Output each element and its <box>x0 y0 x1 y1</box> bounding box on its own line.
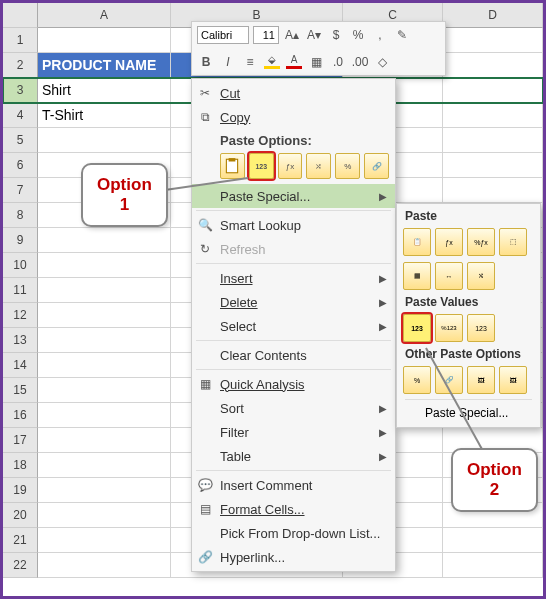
row-header[interactable]: 7 <box>3 178 38 203</box>
menu-format-cells[interactable]: ▤Format Cells... <box>192 497 395 521</box>
align-button[interactable]: ≡ <box>241 53 259 71</box>
cell[interactable] <box>443 178 543 203</box>
menu-filter[interactable]: Filter▶ <box>192 420 395 444</box>
paste-all-icon[interactable] <box>220 153 245 179</box>
select-all-corner[interactable] <box>3 3 38 28</box>
cell[interactable] <box>443 53 543 78</box>
row-header[interactable]: 13 <box>3 328 38 353</box>
cell[interactable] <box>443 153 543 178</box>
row-header[interactable]: 15 <box>3 378 38 403</box>
paste-formatting-icon[interactable]: % <box>335 153 360 179</box>
font-name-combo[interactable]: Calibri <box>197 26 249 44</box>
paste-linked-picture-icon[interactable]: 🖼 <box>499 366 527 394</box>
cell[interactable] <box>443 28 543 53</box>
cell[interactable] <box>443 128 543 153</box>
cell[interactable] <box>38 503 171 528</box>
row-header[interactable]: 12 <box>3 303 38 328</box>
menu-clear-contents[interactable]: Clear Contents <box>192 343 395 367</box>
paste-transpose-icon[interactable]: ⤭ <box>467 262 495 290</box>
row-header[interactable]: 21 <box>3 528 38 553</box>
row-header[interactable]: 17 <box>3 428 38 453</box>
cell[interactable] <box>38 528 171 553</box>
row-header[interactable]: 20 <box>3 503 38 528</box>
menu-pick-from-list[interactable]: Pick From Drop-down List... <box>192 521 395 545</box>
cell-A2[interactable]: PRODUCT NAME <box>38 53 171 78</box>
paste-values-icon[interactable]: 123 <box>403 314 431 342</box>
col-header-A[interactable]: A <box>38 3 171 28</box>
col-header-D[interactable]: D <box>443 3 543 28</box>
decrease-decimal-icon[interactable]: .0 <box>329 53 347 71</box>
cell[interactable] <box>38 353 171 378</box>
cell[interactable] <box>38 128 171 153</box>
paste-link-icon[interactable]: 🔗 <box>364 153 389 179</box>
row-header[interactable]: 11 <box>3 278 38 303</box>
paste-formulas-icon[interactable]: ƒx <box>435 228 463 256</box>
row-header[interactable]: 2 <box>3 53 38 78</box>
cell[interactable] <box>38 478 171 503</box>
cell[interactable] <box>38 253 171 278</box>
increase-decimal-icon[interactable]: .00 <box>351 53 369 71</box>
cell[interactable] <box>38 403 171 428</box>
currency-icon[interactable]: $ <box>327 26 345 44</box>
row-header[interactable]: 1 <box>3 28 38 53</box>
cell-A4[interactable]: T-Shirt <box>38 103 171 128</box>
menu-select[interactable]: Select▶ <box>192 314 395 338</box>
row-header[interactable]: 8 <box>3 203 38 228</box>
cell[interactable] <box>443 528 543 553</box>
decrease-font-icon[interactable]: A▾ <box>305 26 323 44</box>
cell[interactable] <box>443 103 543 128</box>
row-header[interactable]: 14 <box>3 353 38 378</box>
menu-sort[interactable]: Sort▶ <box>192 396 395 420</box>
row-header[interactable]: 3 <box>3 78 38 103</box>
cell[interactable] <box>38 278 171 303</box>
format-painter-icon[interactable]: ✎ <box>393 26 411 44</box>
row-header[interactable]: 5 <box>3 128 38 153</box>
row-header[interactable]: 18 <box>3 453 38 478</box>
menu-copy[interactable]: ⧉Copy <box>192 105 395 129</box>
paste-transpose-icon[interactable]: ⤭ <box>306 153 331 179</box>
cell[interactable] <box>38 428 171 453</box>
increase-font-icon[interactable]: A▴ <box>283 26 301 44</box>
cell[interactable] <box>443 553 543 578</box>
row-header[interactable]: 22 <box>3 553 38 578</box>
row-header[interactable]: 6 <box>3 153 38 178</box>
paste-col-width-icon[interactable]: ↔ <box>435 262 463 290</box>
comma-icon[interactable]: , <box>371 26 389 44</box>
row-header[interactable]: 4 <box>3 103 38 128</box>
row-header[interactable]: 9 <box>3 228 38 253</box>
paste-formulas-icon[interactable]: ƒx <box>278 153 303 179</box>
paste-link-icon[interactable]: 🔗 <box>435 366 463 394</box>
submenu-paste-special[interactable]: Paste Special... <box>401 402 536 424</box>
row-header[interactable]: 19 <box>3 478 38 503</box>
paste-all-icon[interactable]: 📋 <box>403 228 431 256</box>
row-header[interactable]: 16 <box>3 403 38 428</box>
paste-formulas-fmt-icon[interactable]: %ƒx <box>467 228 495 256</box>
menu-insert[interactable]: Insert▶ <box>192 266 395 290</box>
row-header[interactable]: 10 <box>3 253 38 278</box>
menu-hyperlink[interactable]: 🔗Hyperlink... <box>192 545 395 569</box>
cell[interactable] <box>38 378 171 403</box>
cell[interactable] <box>443 78 543 103</box>
paste-values-src-fmt-icon[interactable]: 123 <box>467 314 495 342</box>
paste-no-borders-icon[interactable]: ▦ <box>403 262 431 290</box>
menu-paste-special[interactable]: Paste Special...▶ <box>192 184 395 208</box>
cell[interactable] <box>38 303 171 328</box>
menu-delete[interactable]: Delete▶ <box>192 290 395 314</box>
paste-values-number-fmt-icon[interactable]: %123 <box>435 314 463 342</box>
font-size-combo[interactable]: 11 <box>253 26 279 44</box>
menu-insert-comment[interactable]: 💬Insert Comment <box>192 473 395 497</box>
cell[interactable] <box>38 28 171 53</box>
bold-button[interactable]: B <box>197 53 215 71</box>
paste-picture-icon[interactable]: 🖼 <box>467 366 495 394</box>
cell[interactable] <box>38 328 171 353</box>
fill-color-icon[interactable]: ⬙ <box>263 53 281 71</box>
percent-icon[interactable]: % <box>349 26 367 44</box>
menu-table[interactable]: Table▶ <box>192 444 395 468</box>
paste-keep-src-icon[interactable]: ⬚ <box>499 228 527 256</box>
menu-quick-analysis[interactable]: ▦Quick Analysis <box>192 372 395 396</box>
menu-smart-lookup[interactable]: 🔍Smart Lookup <box>192 213 395 237</box>
italic-button[interactable]: I <box>219 53 237 71</box>
cell[interactable] <box>38 228 171 253</box>
borders-icon[interactable]: ▦ <box>307 53 325 71</box>
clear-format-icon[interactable]: ◇ <box>373 53 391 71</box>
